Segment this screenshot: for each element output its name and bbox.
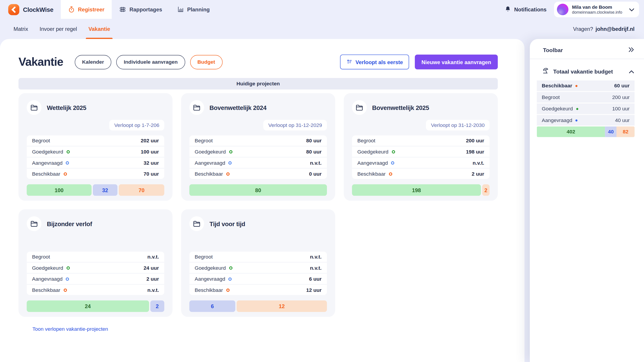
project-cards-grid: Wettelijk 2025 Verloopt op 1-7-206 Begro… bbox=[18, 93, 498, 317]
top-header: ClockWise Registreer Rapportages Plannin… bbox=[0, 0, 644, 19]
new-vacation-request-button[interactable]: Nieuwe vakantie aanvragen bbox=[415, 54, 498, 69]
clockwise-logo-icon bbox=[8, 4, 20, 15]
project-title: Wettelijk 2025 bbox=[47, 104, 86, 111]
expiry-badge: Verloopt op 31-12-2030 bbox=[426, 120, 490, 130]
user-menu[interactable]: Mila van de Boom domeinnaam.clockwise.in… bbox=[554, 1, 639, 17]
total-budget-section-header[interactable]: Totaal vakantie budget bbox=[530, 59, 644, 75]
sort-button-label: Verloopt als eerste bbox=[356, 59, 403, 65]
status-ring-icon bbox=[226, 172, 230, 176]
table-row: Goedgekeurd80 uur bbox=[190, 147, 327, 157]
main-nav: Registreer Rapportages Planning bbox=[61, 0, 217, 19]
main-panel: Vakantie Kalender Individuele aanvragen … bbox=[0, 39, 524, 362]
row-value: n.v.t. bbox=[147, 254, 159, 260]
table-row: Goedgekeurd100 uur bbox=[537, 103, 634, 114]
collapse-sidebar-icon[interactable] bbox=[628, 46, 634, 54]
badge-row: Verloopt op 31-12-2029 bbox=[190, 120, 327, 130]
title-actions: Verloopt als eerste Nieuwe vakantie aanv… bbox=[340, 54, 498, 69]
total-budget-table: Beschikbaar60 uur Begroot200 uur Goedgek… bbox=[537, 80, 634, 126]
card-header: Tijd voor tijd bbox=[190, 216, 327, 231]
row-label: Aangevraagd bbox=[357, 160, 388, 166]
row-label: Goedgekeurd bbox=[32, 149, 63, 155]
status-dot-icon bbox=[576, 108, 578, 110]
chevron-up-icon[interactable] bbox=[629, 68, 634, 75]
notifications-button[interactable]: Notifications bbox=[505, 5, 546, 13]
budget-table: Begroot200 uur Goedgekeurd198 uur Aangev… bbox=[352, 135, 490, 179]
pill-budget[interactable]: Budget bbox=[190, 55, 222, 69]
budget-table: Begroot202 uur Goedgekeurd100 uur Aangev… bbox=[26, 135, 164, 179]
row-label: Goedgekeurd bbox=[542, 106, 573, 112]
row-value: 24 uur bbox=[144, 265, 159, 271]
report-rows-icon bbox=[119, 6, 126, 13]
table-row: Beschikbaar12 uur bbox=[190, 285, 327, 295]
table-row: Begroot80 uur bbox=[190, 135, 327, 146]
tab-label: Rapportages bbox=[130, 6, 162, 12]
card-header: Bovenwettelijk 2025 bbox=[352, 100, 490, 115]
row-label: Beschikbaar bbox=[357, 171, 386, 177]
bar-segment-requested: 6 bbox=[190, 300, 236, 312]
bar-segment-requested: 40 bbox=[605, 126, 617, 137]
table-row: Goedgekeurd100 uur bbox=[26, 147, 164, 157]
show-expired-projects-link[interactable]: Toon verlopen vakantie-projecten bbox=[32, 326, 108, 332]
toolbar-header: Toolbar bbox=[530, 39, 644, 58]
pill-kalender[interactable]: Kalender bbox=[75, 55, 111, 69]
budget-bar: 242 bbox=[26, 300, 164, 312]
budget-bar: 612 bbox=[190, 300, 327, 312]
subtab-invoer-per-regel[interactable]: Invoer per regel bbox=[40, 19, 77, 39]
table-row: Beschikbaarn.v.t. bbox=[26, 285, 164, 295]
table-row: Begroot202 uur bbox=[26, 135, 164, 146]
status-ring-icon bbox=[229, 266, 232, 270]
row-label: Goedgekeurd bbox=[195, 265, 226, 271]
row-value: n.v.t. bbox=[310, 160, 322, 166]
row-label: Begroot bbox=[357, 138, 375, 143]
row-label: Aangevraagd bbox=[195, 276, 226, 282]
chevron-down-icon bbox=[629, 6, 634, 13]
row-value: 80 uur bbox=[306, 149, 322, 155]
subtab-matrix[interactable]: Matrix bbox=[14, 19, 28, 39]
status-ring-icon bbox=[66, 277, 69, 281]
user-texts: Mila van de Boom domeinnaam.clockwise.in… bbox=[572, 4, 622, 15]
status-ring-icon bbox=[66, 150, 70, 153]
header-right: Notifications Mila van de Boom domeinnaa… bbox=[505, 1, 644, 17]
folder-icon bbox=[190, 216, 204, 231]
budget-bar: 1982 bbox=[352, 184, 490, 196]
row-label: Goedgekeurd bbox=[357, 149, 388, 155]
table-row: Aangevraagdn.v.t. bbox=[190, 158, 327, 168]
project-title: Bijzonder verlof bbox=[47, 220, 92, 227]
card-header: Bijzonder verlof bbox=[26, 216, 164, 231]
bar-segment-available: 82 bbox=[617, 126, 634, 137]
badge-row bbox=[190, 236, 327, 247]
row-value: 32 uur bbox=[144, 160, 159, 166]
table-row: Begroot200 uur bbox=[537, 92, 634, 103]
table-row: Beschikbaar2 uur bbox=[352, 169, 490, 179]
badge-row bbox=[26, 236, 164, 247]
toolbar-sidebar: Toolbar Totaal vakantie budget Beschikba… bbox=[530, 39, 644, 362]
pill-individuele-aanvragen[interactable]: Individuele aanvragen bbox=[116, 55, 185, 69]
tab-rapportages[interactable]: Rapportages bbox=[112, 0, 170, 19]
row-value: 6 uur bbox=[309, 276, 322, 282]
section-title: Totaal vakantie budget bbox=[553, 68, 613, 75]
status-ring-icon bbox=[226, 288, 230, 292]
bar-segment-available: 12 bbox=[236, 300, 327, 312]
screen: ClockWise Registreer Rapportages Plannin… bbox=[0, 0, 644, 362]
tab-planning[interactable]: Planning bbox=[170, 0, 217, 19]
subtab-vakantie[interactable]: Vakantie bbox=[88, 19, 110, 39]
table-row: Goedgekeurd24 uur bbox=[26, 263, 164, 273]
tab-registreer[interactable]: Registreer bbox=[61, 0, 112, 19]
row-value: 80 uur bbox=[306, 138, 322, 143]
help-contact: Vragen?john@bedrijf.nl bbox=[573, 26, 634, 32]
row-value: 70 uur bbox=[144, 171, 159, 177]
help-email[interactable]: john@bedrijf.nl bbox=[596, 26, 634, 32]
project-title: Tijd voor tijd bbox=[210, 220, 245, 227]
card-header: Wettelijk 2025 bbox=[26, 100, 164, 115]
sort-expiring-first-button[interactable]: Verloopt als eerste bbox=[340, 54, 409, 69]
project-card-bovenwettelijk-2024: Bovenwettelijk 2024 Verloopt op 31-12-20… bbox=[181, 93, 335, 201]
row-label: Begroot bbox=[542, 94, 560, 100]
row-value: 2 uur bbox=[472, 171, 484, 177]
status-ring-icon bbox=[389, 172, 392, 176]
status-ring-icon bbox=[66, 266, 70, 270]
table-row: Beschikbaar70 uur bbox=[26, 169, 164, 179]
row-label: Begroot bbox=[195, 254, 213, 260]
user-domain: domeinnaam.clockwise.info bbox=[572, 10, 622, 15]
project-title: Bovenwettelijk 2025 bbox=[372, 104, 429, 111]
row-label: Aangevraagd bbox=[32, 276, 62, 282]
